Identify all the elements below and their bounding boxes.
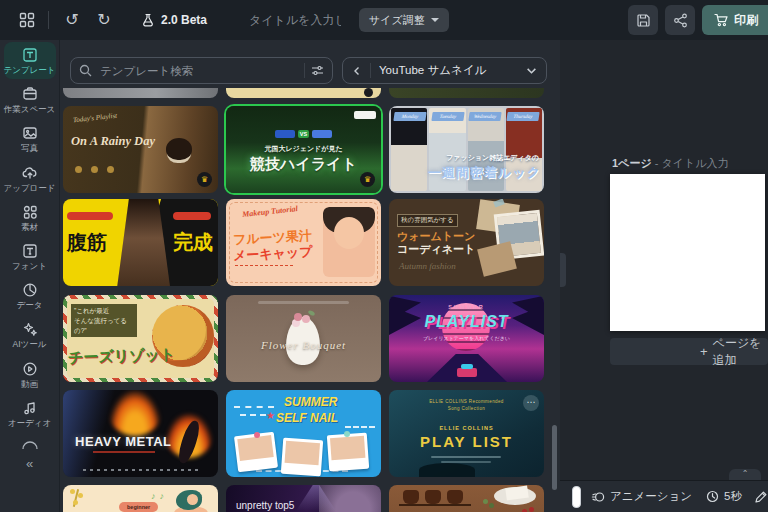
caption-bar-decoration (431, 456, 501, 458)
animation-button[interactable]: アニメーション (591, 489, 692, 504)
redo-button[interactable]: ↻ (89, 5, 119, 35)
template-thumbnail-hiphop[interactable]: unpretty top5 HIPHOP (226, 485, 381, 512)
sidebar-item-upload[interactable]: アップロード (4, 160, 56, 197)
arc-icon (21, 438, 39, 450)
berry-decoration (529, 507, 534, 512)
draw-button[interactable] (754, 490, 768, 504)
flower-decoration (294, 313, 302, 321)
match-banner: VS (226, 130, 381, 138)
canele-photo (425, 490, 441, 504)
category-selector[interactable]: YouTube サムネイル (342, 57, 547, 84)
scrollbar-thumb[interactable] (552, 425, 557, 490)
design-title-input[interactable] (247, 12, 343, 28)
add-page-button[interactable]: + ページを追加 (610, 338, 768, 365)
cart-icon (714, 13, 728, 27)
sidebar-item-partial[interactable] (21, 438, 39, 450)
pencil-icon (754, 490, 768, 504)
design-page-canvas[interactable] (610, 174, 765, 331)
template-thumbnail-self-nail[interactable]: ★ SUMMER SELF NAIL (226, 390, 381, 477)
template-thumbnail-beginner[interactable]: ♪♪ beginner (63, 485, 218, 512)
search-icon (79, 64, 92, 77)
template-thumbnail-rainy-day[interactable]: Today's Playlist On A Rainy Day ♛ (63, 106, 218, 193)
grid-icon (19, 12, 35, 28)
sparkles-icon (22, 321, 38, 337)
chevron-up-icon: ⌃ (742, 469, 749, 478)
sprig-decoration (70, 489, 75, 494)
template-thumbnail-partial[interactable] (226, 88, 381, 98)
music-notes-icon: ♪♪ (151, 491, 168, 501)
coffee-cup-photo (166, 138, 192, 160)
template-thumbnail-dessert[interactable] (389, 485, 544, 512)
sidebar-item-elements[interactable]: 素材 (4, 199, 56, 236)
apps-menu-button[interactable] (12, 5, 42, 35)
sidebar-item-templates[interactable]: テンプレート (4, 42, 56, 79)
print-button[interactable]: 印刷 (702, 5, 768, 35)
panel-collapse-handle[interactable] (560, 253, 566, 287)
save-button[interactable] (628, 5, 658, 35)
search-divider (304, 63, 305, 78)
chevron-down-icon (526, 65, 537, 76)
template-thumbnail-playlist[interactable]: ⋯ ELLIE COLLINS Recommended Song Collect… (389, 390, 544, 477)
caption-bar-decoration (258, 301, 349, 304)
nail-polaroid-photo (327, 433, 369, 472)
topbar: ↺ ↻ 2.0 Beta サイズ調整 (0, 0, 768, 40)
template-thumbnail-heavy-metal[interactable]: HEAVY METAL (63, 390, 218, 477)
rack-decoration (399, 504, 471, 506)
template-thumbnail-autumn[interactable]: 秋の雰囲気がする ウォームトーン コーディネート Autumn fashion (389, 199, 544, 286)
play-circle-icon (22, 361, 38, 377)
share-button[interactable] (665, 5, 695, 35)
footer-text-decoration (83, 469, 198, 471)
template-thumbnail-cheese-risotto[interactable]: "これが最近そんな流行ってるの?" チーズリゾット (63, 295, 218, 382)
template-thumbnail-playlist-synthwave[interactable]: SUMMER PLAYLIST プレイリストテーマを入れてください (389, 295, 544, 382)
premium-crown-badge (364, 88, 373, 97)
template-thumbnail-sports-selected[interactable]: VS 元国大レジェンドが見た 競技ハイライト ♛ (226, 106, 381, 193)
share-icon (673, 13, 688, 28)
wave-decoration (234, 406, 274, 408)
template-thumbnail-flower-bouquet[interactable]: Flower Bouquet (226, 295, 381, 382)
sidebar-item-ai-tools[interactable]: AIツール (4, 316, 56, 353)
pin-decoration (254, 432, 260, 438)
sidebar-item-data[interactable]: データ (4, 277, 56, 314)
sidebar-item-fonts[interactable]: フォント (4, 238, 56, 275)
plus-icon: + (700, 344, 708, 359)
collage-photo (477, 241, 517, 276)
flame-decoration (109, 390, 161, 436)
photos-icon (22, 125, 38, 141)
duration-button[interactable]: 5秒 (706, 489, 742, 504)
page-color-swatch[interactable] (572, 486, 581, 508)
sidebar-item-video[interactable]: 動画 (4, 356, 56, 393)
template-thumbnail-partial[interactable] (389, 88, 544, 98)
collapse-icon: « (26, 456, 33, 471)
animation-icon (591, 490, 605, 504)
topbar-actions: 印刷 (628, 5, 768, 35)
page-title-placeholder[interactable]: タイトル入力 (661, 157, 728, 169)
template-thumbnail-fashion[interactable]: Monday Tuesday Wednesday Thursday ファッション… (389, 106, 544, 193)
beta-badge: 2.0 Beta (141, 13, 207, 27)
star-icon: ★ (266, 410, 275, 421)
filter-sliders-icon[interactable] (311, 64, 324, 77)
template-thumbnail-partial[interactable] (63, 88, 218, 98)
illustration-figure (187, 494, 198, 505)
template-thumbnail-workout[interactable]: 腹筋 完成 (63, 199, 218, 286)
template-thumbnail-makeup[interactable]: Makeup Tutorial フルーツ果汁 メーキャップ (226, 199, 381, 286)
gold-dots-decoration (75, 166, 82, 173)
timeline-expand-tab[interactable]: ⌃ (729, 469, 761, 480)
weekday-ribbons: Monday Tuesday Wednesday Thursday (391, 112, 542, 121)
clock-icon (706, 490, 719, 503)
template-icon (22, 47, 38, 63)
sidebar-item-audio[interactable]: オーディオ (4, 395, 56, 432)
template-search-input[interactable] (98, 64, 298, 78)
redo-icon: ↻ (97, 12, 110, 28)
sidebar-item-photos[interactable]: 写真 (4, 120, 56, 157)
resize-button[interactable]: サイズ調整 (359, 8, 449, 32)
sidebar-item-workspace[interactable]: 作業スペース (4, 81, 56, 118)
workspace-icon (22, 86, 38, 102)
template-panel: YouTube サムネイル Today's Playlist On A Rain… (60, 40, 560, 512)
undo-icon: ↺ (65, 12, 78, 28)
topbar-divider (48, 11, 49, 29)
sidebar-collapse-button[interactable]: « (26, 456, 33, 471)
upload-icon (22, 165, 38, 181)
undo-button[interactable]: ↺ (57, 5, 87, 35)
template-search-box (70, 57, 333, 84)
red-label-decoration (67, 212, 113, 220)
